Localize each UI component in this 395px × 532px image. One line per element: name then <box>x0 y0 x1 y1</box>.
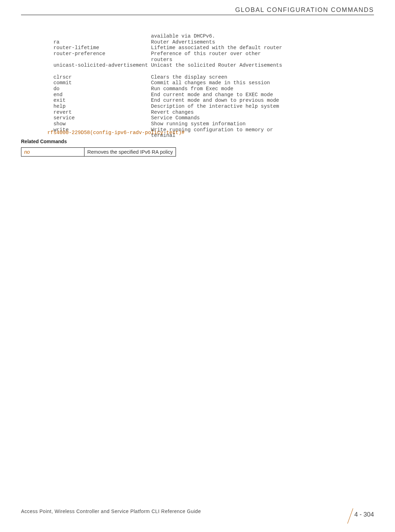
footer-title: Access Point, Wireless Controller and Se… <box>21 508 201 514</box>
cli-line: ra Router Advertisements <box>47 39 215 45</box>
cli-line: service Service Commands <box>47 115 200 121</box>
header-rule <box>21 15 374 15</box>
cli-line: commit Commit all changes made in this s… <box>47 80 270 86</box>
header-title: GLOBAL CONFIGURATION COMMANDS <box>235 6 374 13</box>
cli-line: router-lifetime Lifetime associated with… <box>47 45 282 51</box>
cli-line: unicast-solicited-advertisement Unicast … <box>47 62 282 68</box>
related-commands-table: no Removes the specified IPv6 RA policy <box>21 147 176 157</box>
page-footer: Access Point, Wireless Controller and Se… <box>21 508 374 522</box>
command-desc-cell: Removes the specified IPv6 RA policy <box>84 148 176 157</box>
cli-line: routers <box>47 57 172 62</box>
cli-line: help Description of the interactive help… <box>47 104 279 109</box>
table-row: no Removes the specified IPv6 RA policy <box>21 148 176 157</box>
command-name-cell: no <box>21 148 84 157</box>
cli-line: exit End current mode and down to previo… <box>47 98 279 103</box>
cli-line: available via DHCPv6. <box>47 33 215 39</box>
cli-line: end End current mode and change to EXEC … <box>47 92 273 98</box>
cli-line: clrscr Clears the display screen <box>47 74 227 80</box>
cli-line: router-preference Preference of this rou… <box>47 51 261 56</box>
page-header: GLOBAL CONFIGURATION COMMANDS <box>235 6 374 14</box>
cli-output-block: available via DHCPv6. ra Router Advertis… <box>47 33 282 139</box>
page-number-box: 4 - 304 <box>325 511 374 524</box>
cli-prompt: rfs4000-229D58(config-ipv6-radv-policy-t… <box>47 130 185 135</box>
cli-line: show Show running system information <box>47 121 246 127</box>
page-number: 4 - 304 <box>354 511 374 518</box>
cli-line: revert Revert changes <box>47 109 194 115</box>
related-commands-heading: Related Commands <box>21 139 67 144</box>
page-slash-icon <box>347 508 353 524</box>
cli-line: do Run commands from Exec mode <box>47 86 233 92</box>
